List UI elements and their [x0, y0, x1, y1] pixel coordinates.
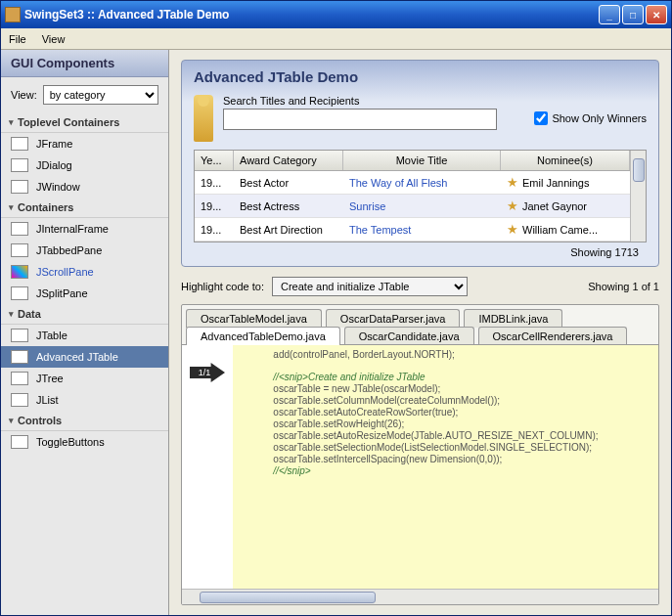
tab-oscarcandidate[interactable]: OscarCandidate.java: [344, 327, 474, 345]
app-icon: [5, 7, 21, 22]
cat-data[interactable]: Data: [1, 304, 168, 325]
view-label: View:: [11, 89, 37, 101]
frame-icon: [11, 137, 28, 151]
table-status: Showing 1713: [194, 242, 647, 262]
window-title: SwingSet3 :: Advanced JTable Demo: [24, 8, 599, 22]
search-input[interactable]: [223, 109, 497, 130]
highlight-label: Highlight code to:: [181, 281, 264, 292]
sidebar-item-togglebuttons[interactable]: ToggleButtons: [1, 431, 168, 453]
dialog-icon: [11, 158, 28, 172]
tab-oscartablemodel[interactable]: OscarTableModel.java: [186, 309, 322, 328]
cat-controls[interactable]: Controls: [1, 411, 168, 431]
advtable-icon: [11, 350, 28, 364]
movie-link[interactable]: Sunrise: [343, 198, 501, 215]
splitpane-icon: [11, 286, 28, 300]
search-label: Search Titles and Recipients: [223, 95, 524, 107]
sidebar-item-jsplitpane[interactable]: JSplitPane: [1, 283, 168, 304]
only-winners-label[interactable]: Show Only Winners: [534, 111, 647, 125]
marker-arrow[interactable]: 1/1: [190, 363, 225, 382]
oscar-table: Ye... Award Category Movie Title Nominee…: [194, 150, 647, 242]
highlight-select[interactable]: Create and initialize JTable: [272, 277, 468, 296]
demo-panel: Advanced JTable Demo Search Titles and R…: [181, 60, 659, 267]
close-button[interactable]: ✕: [646, 5, 667, 24]
sidebar-item-jlist[interactable]: JList: [1, 389, 168, 411]
cat-toplevel[interactable]: Toplevel Containers: [1, 112, 168, 133]
table-icon: [11, 329, 28, 342]
sidebar-item-jtabbedpane[interactable]: JTabbedPane: [1, 240, 168, 261]
sidebar-item-jscrollpane[interactable]: JScrollPane: [1, 261, 168, 283]
sidebar-item-jwindow[interactable]: JWindow: [1, 176, 168, 198]
internalframe-icon: [11, 222, 28, 236]
sidebar-item-jtree[interactable]: JTree: [1, 368, 168, 389]
code-view[interactable]: add(controlPanel, BorderLayout.NORTH); /…: [233, 345, 658, 589]
tab-oscardataparser[interactable]: OscarDataParser.java: [326, 309, 461, 328]
sidebar-title: GUI Components: [1, 50, 168, 77]
view-select[interactable]: by category: [43, 85, 158, 105]
app-window: SwingSet3 :: Advanced JTable Demo _ □ ✕ …: [0, 0, 672, 616]
col-nominee[interactable]: Nominee(s): [501, 151, 630, 170]
cat-containers[interactable]: Containers: [1, 198, 168, 218]
col-title[interactable]: Movie Title: [343, 151, 501, 170]
window-icon: [11, 180, 28, 194]
tab-oscarcellrenderers[interactable]: OscarCellRenderers.java: [478, 327, 628, 345]
star-icon: ★: [507, 198, 520, 213]
table-header: Ye... Award Category Movie Title Nominee…: [195, 151, 630, 171]
list-icon: [11, 393, 28, 407]
sidebar-item-advanced-jtable[interactable]: Advanced JTable: [1, 346, 168, 368]
sidebar-item-jtable[interactable]: JTable: [1, 325, 168, 346]
sidebar-item-jdialog[interactable]: JDialog: [1, 154, 168, 176]
tab-imdblink[interactable]: IMDBLink.java: [464, 309, 562, 328]
tab-advancedtabledemo[interactable]: AdvancedTableDemo.java: [186, 327, 340, 345]
tabbedpane-icon: [11, 243, 28, 257]
table-vscroll[interactable]: [630, 151, 646, 242]
menu-file[interactable]: File: [9, 33, 26, 45]
code-hscroll[interactable]: [182, 589, 658, 604]
movie-link[interactable]: The Way of All Flesh: [343, 174, 501, 192]
sidebar-item-jframe[interactable]: JFrame: [1, 133, 168, 154]
demo-title: Advanced JTable Demo: [194, 68, 647, 85]
code-panel: OscarTableModel.java OscarDataParser.jav…: [181, 304, 659, 605]
col-year[interactable]: Ye...: [195, 151, 234, 170]
only-winners-checkbox[interactable]: [534, 111, 548, 125]
star-icon: ★: [507, 175, 520, 190]
table-row[interactable]: 19... Best Actor The Way of All Flesh ★E…: [195, 171, 630, 195]
category-list: Toplevel Containers JFrame JDialog JWind…: [1, 112, 168, 615]
oscar-icon: [194, 95, 213, 142]
sidebar-item-jinternalframe[interactable]: JInternalFrame: [1, 218, 168, 240]
menubar: File View: [1, 28, 671, 50]
table-row[interactable]: 19... Best Actress Sunrise ★Janet Gaynor: [195, 195, 630, 218]
menu-view[interactable]: View: [42, 33, 66, 45]
col-category[interactable]: Award Category: [234, 151, 343, 170]
star-icon: ★: [507, 222, 520, 237]
table-row[interactable]: 19... Best Art Direction The Tempest ★Wi…: [195, 218, 630, 242]
minimize-button[interactable]: _: [599, 5, 620, 24]
highlight-status: Showing 1 of 1: [588, 281, 659, 292]
maximize-button[interactable]: □: [622, 5, 644, 24]
titlebar: SwingSet3 :: Advanced JTable Demo _ □ ✕: [1, 1, 671, 28]
main-panel: Advanced JTable Demo Search Titles and R…: [169, 50, 671, 615]
tree-icon: [11, 372, 28, 385]
code-gutter: 1/1: [182, 345, 233, 589]
scrollpane-icon: [11, 265, 28, 279]
toggle-icon: [11, 435, 28, 449]
sidebar: GUI Components View: by category Topleve…: [1, 50, 169, 615]
movie-link[interactable]: The Tempest: [343, 221, 501, 239]
